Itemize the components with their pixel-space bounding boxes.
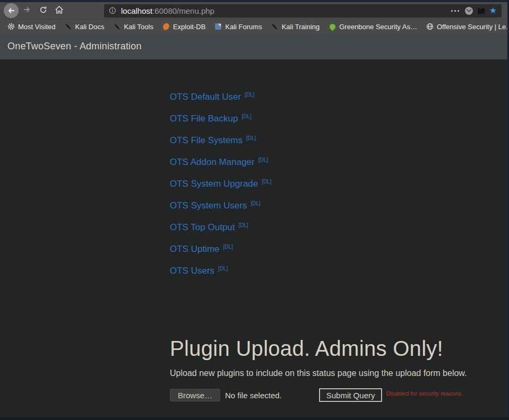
bookmark-label: Exploit-DB xyxy=(173,23,205,31)
bookmark-label: Kali Training xyxy=(282,23,320,31)
dl-link[interactable]: [DL] xyxy=(223,244,233,250)
bookmark-star-icon[interactable]: ★ xyxy=(489,6,497,15)
page-actions-button[interactable] xyxy=(450,10,460,12)
globe-icon xyxy=(426,23,434,30)
upload-form: Browse… No file selected. Submit Query D… xyxy=(170,388,509,402)
reload-icon xyxy=(39,6,47,16)
list-item: OTS Default User[DL] xyxy=(170,92,509,113)
window-bottom-edge xyxy=(0,417,509,420)
forward-icon xyxy=(23,5,31,16)
gear-icon xyxy=(7,23,15,30)
bookmark-exploit-db[interactable]: Exploit-DB xyxy=(162,23,205,31)
ots-plugin-link[interactable]: OTS System Upgrade xyxy=(170,179,258,189)
exploit-db-icon xyxy=(162,23,170,30)
dl-link[interactable]: [DL] xyxy=(258,157,268,163)
bookmark-kali-forums[interactable]: Kali Forums xyxy=(214,23,262,31)
dl-link[interactable]: [DL] xyxy=(239,222,248,228)
file-status-text: No file selected. xyxy=(225,391,282,400)
bookmark-label: Most Visited xyxy=(18,23,56,31)
ots-plugin-link[interactable]: OTS Top Output xyxy=(170,222,235,232)
submit-query-button[interactable]: Submit Query xyxy=(319,388,383,402)
url-text[interactable]: localhost:60080/menu.php xyxy=(121,6,445,15)
bookmark-offensive-security[interactable]: Offensive Security | Le… xyxy=(426,23,509,31)
browser-toolbar: localhost:60080/menu.php ★ xyxy=(0,2,509,19)
list-item: OTS System Upgrade[DL] xyxy=(170,179,509,200)
upload-description: Upload new plugins to include on this st… xyxy=(170,368,509,379)
dl-link[interactable]: [DL] xyxy=(251,200,260,206)
greenbone-icon xyxy=(329,23,336,30)
kali-dragon-icon xyxy=(271,23,279,30)
dl-link[interactable]: [DL] xyxy=(246,135,256,141)
url-bar[interactable]: localhost:60080/menu.php ★ xyxy=(104,4,502,18)
bookmark-kali-docs[interactable]: Kali Docs xyxy=(65,23,105,31)
dl-link[interactable]: [DL] xyxy=(262,179,271,185)
ots-plugin-link[interactable]: OTS Default User xyxy=(170,92,241,102)
page-header: OneTwoSeven - Administration xyxy=(0,33,509,59)
list-item: OTS File Backup[DL] xyxy=(170,113,509,135)
upload-heading: Plugin Upload. Admins Only! xyxy=(170,336,509,361)
pocket-icon[interactable] xyxy=(465,7,473,15)
site-info-icon[interactable] xyxy=(109,7,116,14)
list-item: OTS File Systems[DL] xyxy=(170,135,509,157)
dl-link[interactable]: [DL] xyxy=(218,266,228,272)
bookmark-label: Kali Tools xyxy=(124,23,153,31)
ots-plugin-link[interactable]: OTS Users xyxy=(170,266,214,276)
ots-link-list: OTS Default User[DL] OTS File Backup[DL]… xyxy=(170,92,509,287)
disabled-warning-text: Disabled for security reasons. xyxy=(386,390,463,397)
bookmarks-toolbar: Most Visited Kali Docs Kali Tools Exploi… xyxy=(0,19,509,33)
list-item: OTS Users[DL] xyxy=(170,266,509,287)
bookmark-label: Kali Docs xyxy=(75,23,105,31)
list-item: OTS Uptime[DL] xyxy=(170,244,509,266)
dl-link[interactable]: [DL] xyxy=(242,113,252,119)
forward-button[interactable] xyxy=(19,3,35,19)
kali-dragon-icon xyxy=(65,23,72,30)
bookmark-most-visited[interactable]: Most Visited xyxy=(7,23,56,31)
bookmark-label: Greenbone Security As… xyxy=(339,23,417,31)
ots-plugin-link[interactable]: OTS Uptime xyxy=(170,244,220,254)
url-host: localhost xyxy=(121,6,152,15)
url-path: :60080/menu.php xyxy=(152,6,214,15)
dl-link[interactable]: [DL] xyxy=(245,92,254,98)
home-icon xyxy=(55,5,64,16)
reload-button[interactable] xyxy=(35,3,51,19)
bookmark-label: Kali Forums xyxy=(225,23,262,31)
list-item: OTS System Users[DL] xyxy=(170,200,509,222)
bookmark-greenbone[interactable]: Greenbone Security As… xyxy=(329,23,417,31)
ots-plugin-link[interactable]: OTS Addon Manager xyxy=(170,157,255,167)
kali-dragon-icon xyxy=(114,23,121,30)
bookmark-label: Offensive Security | Le… xyxy=(437,23,509,31)
ots-plugin-link[interactable]: OTS System Users xyxy=(170,200,247,211)
home-button[interactable] xyxy=(51,3,67,19)
list-item: OTS Addon Manager[DL] xyxy=(170,157,509,179)
bookmark-kali-training[interactable]: Kali Training xyxy=(271,23,320,31)
back-button[interactable] xyxy=(3,3,19,19)
list-item: OTS Top Output[DL] xyxy=(170,222,509,244)
bookmark-kali-tools[interactable]: Kali Tools xyxy=(114,23,153,31)
back-icon xyxy=(4,3,19,18)
page-title: OneTwoSeven - Administration xyxy=(7,41,142,52)
browse-button[interactable]: Browse… xyxy=(170,389,220,401)
ots-plugin-link[interactable]: OTS File Backup xyxy=(170,113,238,124)
page-content: OTS Default User[DL] OTS File Backup[DL]… xyxy=(0,59,509,417)
ots-plugin-link[interactable]: OTS File Systems xyxy=(170,135,243,145)
kali-forums-icon xyxy=(214,23,222,30)
save-page-icon[interactable] xyxy=(478,7,485,14)
